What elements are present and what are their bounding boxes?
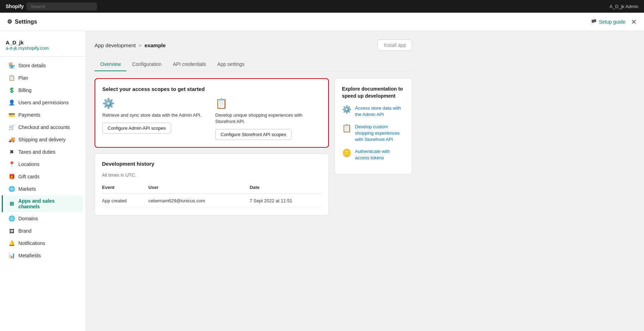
topbar-left: Shopify bbox=[6, 2, 97, 11]
storefront-api-desc: Develop unique shopping experiences with… bbox=[215, 112, 321, 125]
history-col-user: User bbox=[141, 183, 242, 194]
nav-icon-payments: 💳 bbox=[8, 112, 15, 118]
flag-icon: 🏴 bbox=[591, 19, 597, 25]
nav-label-locations: Locations bbox=[18, 161, 40, 167]
configure-admin-api-button[interactable]: Configure Admin API scopes bbox=[102, 123, 171, 134]
dev-history-card: Development history All times in UTC. Ev… bbox=[95, 153, 329, 215]
nav-label-plan: Plan bbox=[18, 75, 28, 81]
store-url: a-d-jk.myshopify.com bbox=[6, 45, 80, 51]
sidebar-item-checkout-accounts[interactable]: 🛒Checkout and accounts bbox=[3, 121, 83, 133]
history-header-row: EventUserDate bbox=[102, 183, 321, 194]
close-button[interactable]: ✕ bbox=[631, 18, 637, 26]
nav-icon-brand: 🖼 bbox=[8, 228, 15, 234]
nav-label-payments: Payments bbox=[18, 112, 40, 118]
store-info: A_D_jk a-d-jk.myshopify.com bbox=[0, 35, 86, 57]
nav-label-billing: Billing bbox=[18, 87, 31, 93]
content-area: App development > example Install app Ov… bbox=[95, 39, 412, 215]
settings-title: ⚙ Settings bbox=[7, 18, 37, 25]
tabs-bar: OverviewConfigurationAPI credentialsApp … bbox=[95, 58, 412, 71]
history-cell-event: App created bbox=[102, 194, 141, 208]
admin-api-scope: ⚙️ Retrieve and sync store data with the… bbox=[102, 98, 208, 140]
sidebar-item-metafields[interactable]: 📊Metafields bbox=[3, 250, 83, 262]
nav-label-brand: Brand bbox=[18, 228, 31, 234]
install-app-button[interactable]: Install app bbox=[378, 39, 412, 51]
history-table: EventUserDate App createdcebemam629@iuni… bbox=[102, 183, 321, 208]
sidebar-item-users-permissions[interactable]: 👤Users and permissions bbox=[3, 97, 83, 109]
nav-icon-gift-cards: 🎁 bbox=[8, 173, 15, 180]
doc-link-text-1[interactable]: Develop custom shopping experiences with… bbox=[355, 124, 405, 143]
doc-link-text-0[interactable]: Access store data with the Admin API bbox=[355, 105, 405, 118]
doc-card: Explore documentation to speed up develo… bbox=[335, 78, 412, 174]
nav-items-container: 🏪Store details📋Plan💲Billing👤Users and pe… bbox=[0, 60, 86, 262]
nav-icon-apps-sales-channels: ⊞ bbox=[8, 201, 15, 207]
main-content: App development > example Install app Ov… bbox=[86, 31, 644, 331]
sidebar-item-gift-cards[interactable]: 🎁Gift cards bbox=[3, 171, 83, 183]
nav-label-shipping-delivery: Shipping and delivery bbox=[18, 137, 66, 142]
breadcrumb-current: example bbox=[145, 42, 166, 48]
configure-storefront-api-button[interactable]: Configure Storefront API scopes bbox=[215, 129, 291, 140]
setup-guide-button[interactable]: 🏴 Setup guide bbox=[591, 19, 625, 25]
sidebar-item-store-details[interactable]: 🏪Store details bbox=[3, 60, 83, 72]
sidebar-item-brand[interactable]: 🖼Brand bbox=[3, 225, 83, 237]
doc-link-item-1: 📋Develop custom shopping experiences wit… bbox=[342, 124, 405, 143]
breadcrumb-separator: > bbox=[139, 42, 142, 48]
scopes-options: ⚙️ Retrieve and sync store data with the… bbox=[102, 98, 321, 140]
dev-history-subtitle: All times in UTC. bbox=[102, 172, 321, 178]
nav-label-gift-cards: Gift cards bbox=[18, 174, 40, 179]
dev-history-title: Development history bbox=[102, 161, 321, 167]
settings-gear-icon: ⚙ bbox=[7, 18, 12, 25]
admin-api-desc: Retrieve and sync store data with the Ad… bbox=[102, 112, 208, 118]
sidebar-item-shipping-delivery[interactable]: 🚚Shipping and delivery bbox=[3, 134, 83, 146]
sidebar-item-apps-sales-channels[interactable]: ⊞Apps and sales channels bbox=[2, 195, 83, 212]
nav-icon-notifications: 🔔 bbox=[8, 240, 15, 246]
history-col-event: Event bbox=[102, 183, 141, 194]
doc-link-icon-1: 📋 bbox=[342, 124, 351, 133]
sidebar-item-taxes-duties[interactable]: ✖Taxes and duties bbox=[3, 146, 83, 158]
access-scopes-card: Select your access scopes to get started… bbox=[95, 78, 329, 148]
sidebar: A_D_jk a-d-jk.myshopify.com 🏪Store detai… bbox=[0, 31, 86, 331]
history-col-date: Date bbox=[242, 183, 321, 194]
tab-overview[interactable]: Overview bbox=[95, 58, 126, 71]
sidebar-item-markets[interactable]: 🌐Markets bbox=[3, 183, 83, 195]
nav-icon-taxes-duties: ✖ bbox=[8, 149, 15, 155]
sidebar-item-payments[interactable]: 💳Payments bbox=[3, 109, 83, 121]
nav-icon-shipping-delivery: 🚚 bbox=[8, 136, 15, 143]
tab-api-credentials[interactable]: API credentials bbox=[167, 58, 212, 71]
shopify-logo: Shopify bbox=[6, 4, 24, 9]
sidebar-item-plan[interactable]: 📋Plan bbox=[3, 72, 83, 84]
nav-label-users-permissions: Users and permissions bbox=[18, 100, 68, 105]
settings-right: 🏴 Setup guide ✕ bbox=[591, 18, 637, 26]
sidebar-item-notifications[interactable]: 🔔Notifications bbox=[3, 237, 83, 249]
nav-label-domains: Domains bbox=[18, 216, 38, 221]
topbar-right: A_D_jk Admin bbox=[609, 4, 638, 9]
table-row: App createdcebemam629@iunicus.com7 Sept … bbox=[102, 194, 321, 208]
nav-label-markets: Markets bbox=[18, 186, 36, 192]
doc-card-title: Explore documentation to speed up develo… bbox=[342, 86, 405, 99]
breadcrumb-parent[interactable]: App development bbox=[95, 42, 136, 48]
doc-link-text-2[interactable]: Authenticate with access tokens bbox=[355, 148, 405, 161]
nav-label-taxes-duties: Taxes and duties bbox=[18, 149, 55, 155]
cards-row: Select your access scopes to get started… bbox=[95, 78, 412, 215]
nav-label-notifications: Notifications bbox=[18, 240, 45, 246]
doc-link-icon-2: 🪙 bbox=[342, 148, 351, 158]
doc-link-item-0: ⚙️Access store data with the Admin API bbox=[342, 105, 405, 118]
sidebar-item-domains[interactable]: 🌐Domains bbox=[3, 213, 83, 225]
search-input[interactable] bbox=[26, 2, 97, 11]
nav-icon-plan: 📋 bbox=[8, 75, 15, 81]
sidebar-item-billing[interactable]: 💲Billing bbox=[3, 84, 83, 96]
settings-bar: ⚙ Settings 🏴 Setup guide ✕ bbox=[0, 13, 644, 31]
nav-icon-metafields: 📊 bbox=[8, 252, 15, 259]
nav-icon-domains: 🌐 bbox=[8, 215, 15, 222]
breadcrumb: App development > example bbox=[95, 42, 166, 48]
tab-configuration[interactable]: Configuration bbox=[126, 58, 167, 71]
nav-label-store-details: Store details bbox=[18, 63, 46, 68]
tab-app-settings[interactable]: App settings bbox=[212, 58, 250, 71]
storefront-api-scope: 📋 Develop unique shopping experiences wi… bbox=[215, 98, 321, 140]
nav-label-checkout-accounts: Checkout and accounts bbox=[18, 124, 70, 130]
nav-icon-markets: 🌐 bbox=[8, 186, 15, 192]
history-body: App createdcebemam629@iunicus.com7 Sept … bbox=[102, 194, 321, 208]
sidebar-item-locations[interactable]: 📍Locations bbox=[3, 158, 83, 170]
nav-label-metafields: Metafields bbox=[18, 253, 41, 258]
nav-icon-users-permissions: 👤 bbox=[8, 99, 15, 106]
layout: A_D_jk a-d-jk.myshopify.com 🏪Store detai… bbox=[0, 31, 644, 331]
